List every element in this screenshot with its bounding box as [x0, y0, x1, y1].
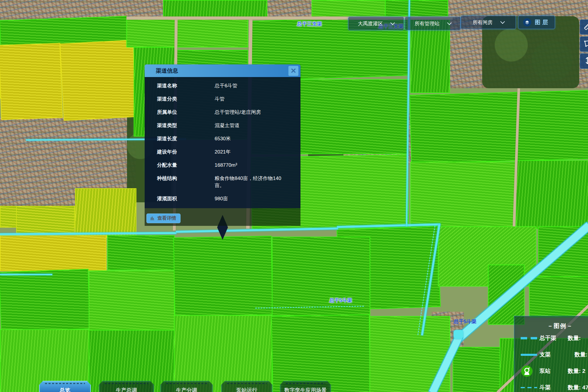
branch-canal-line-icon: [521, 354, 539, 356]
measure-height-button[interactable]: [580, 54, 588, 69]
gate-select[interactable]: 所有闸房: [461, 16, 516, 29]
field-label: 渠道分类: [157, 96, 215, 103]
field-value: 2021年: [215, 149, 231, 156]
bar-chart-icon: [150, 215, 155, 222]
measure-distance-button[interactable]: [580, 19, 588, 35]
station-select-value: 所有管理站: [415, 20, 440, 27]
field-value: 6530米: [215, 135, 231, 142]
field-label: 渠道长度: [157, 135, 215, 142]
popup-body: 渠道名称总干6斗管 渠道分类斗管 所属单位总干管理站/老庄闸房 渠道类型混凝土管…: [145, 77, 300, 208]
legend-panel: －图例－ 总干渠 数量: 支渠 数量: 12 泵站 数量: 2 斗渠 数量: 4…: [514, 316, 588, 392]
polygon-area-icon: [583, 39, 588, 49]
district-select[interactable]: 大禹渡灌区: [348, 17, 404, 30]
field-value: 斗管: [215, 96, 225, 103]
chevron-down-icon: [500, 19, 505, 24]
tab-production-sub-dispatch[interactable]: 生产分调: [160, 381, 213, 392]
view-details-label: 查看详情: [157, 215, 176, 221]
map-canvas[interactable]: 总干三支渠 总干三支渠 总干5斗渠 总干5斗渠 大禹渡灌区 所有管理站 所有闸房…: [0, 0, 588, 392]
layers-icon: [523, 18, 531, 26]
field-label: 分配水量: [157, 162, 215, 169]
field-label: 所属单位: [157, 109, 215, 116]
tab-overview[interactable]: 总览: [39, 381, 91, 392]
height-arrows-icon: [583, 56, 588, 66]
dou-canal-dashed-line-icon: [521, 387, 539, 388]
field-value: 混凝土管道: [215, 122, 240, 129]
close-icon[interactable]: ✕: [288, 66, 298, 76]
popup-header: 渠道信息 ✕: [145, 64, 300, 77]
map-label-zonggan-3-zhiqu[interactable]: 总干三支渠: [297, 21, 322, 27]
map-label-zonggan-5-douqu-2[interactable]: 总干5斗渠: [454, 318, 476, 325]
popup-title: 渠道信息: [145, 67, 178, 75]
channel-info-popup: 渠道信息 ✕ 渠道名称总干6斗管 渠道分类斗管 所属单位总干管理站/老庄闸房 渠…: [145, 64, 300, 226]
legend-item-dou-canal: 斗渠 数量: 47: [514, 379, 588, 392]
legend-item-main-canal: 总干渠 数量:: [514, 330, 588, 346]
view-details-button[interactable]: 查看详情: [146, 213, 181, 223]
station-select[interactable]: 所有管理站: [405, 17, 461, 30]
tab-pump-operation[interactable]: 泵站运行: [221, 381, 273, 392]
field-label: 灌溉面积: [157, 195, 215, 202]
popup-footer: 查看详情: [145, 208, 300, 226]
field-label: 种植结构: [157, 175, 215, 189]
chevron-down-icon: [390, 21, 395, 25]
field-value: 粮食作物840亩，经济作物140亩。: [215, 175, 285, 189]
field-value: 总干6斗管: [215, 82, 237, 89]
map-label-zonggan-5-douqu[interactable]: 总干5斗渠: [329, 297, 352, 304]
pump-station-icon: [521, 365, 539, 377]
district-select-value: 大禹渡灌区: [358, 20, 383, 27]
legend-title: －图例－: [514, 322, 588, 330]
ruler-icon: [583, 22, 588, 32]
gate-select-value: 所有闸房: [473, 19, 493, 26]
legend-item-pump-station: 泵站 数量: 2: [514, 363, 588, 379]
main-canal-dashed-line-icon: [521, 337, 539, 339]
layers-button[interactable]: 图层: [518, 16, 555, 29]
field-label: 渠道类型: [157, 122, 215, 129]
legend-item-branch-canal: 支渠 数量: 12: [514, 346, 588, 363]
field-label: 建设年份: [157, 149, 215, 156]
field-value: 总干管理站/老庄闸房: [215, 109, 261, 116]
chevron-down-icon: [447, 21, 452, 25]
field-value: 980亩: [215, 195, 228, 202]
field-value: 168770m³: [215, 162, 237, 169]
tab-digital-twin-scenarios[interactable]: 数字孪生应用场景: [280, 381, 331, 392]
field-label: 渠道名称: [157, 82, 215, 89]
tab-production-master-dispatch[interactable]: 生产总调: [99, 381, 154, 392]
measure-area-button[interactable]: [580, 36, 588, 52]
layers-button-label: 图层: [535, 19, 550, 26]
